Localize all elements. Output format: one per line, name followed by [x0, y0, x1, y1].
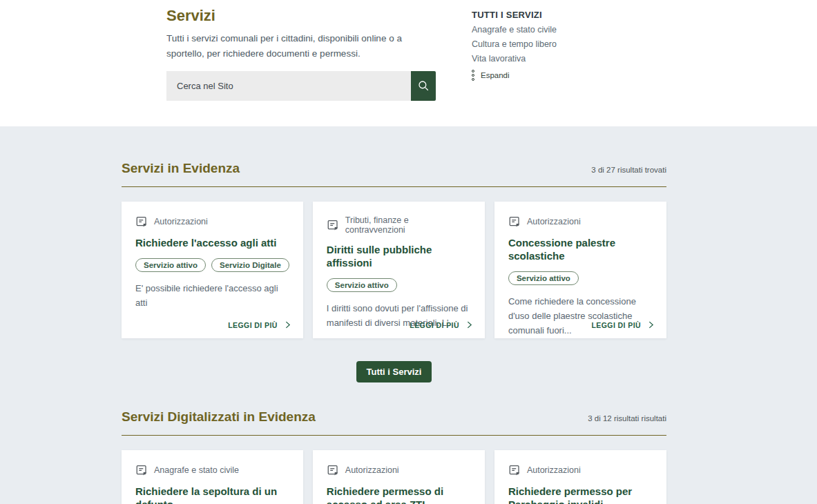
- service-card-parcheggio-invalidi[interactable]: Autorizzazioni Richiedere permesso per P…: [494, 450, 666, 504]
- card-category: Autorizzazioni: [527, 217, 581, 226]
- card-category-row: Tributi, finanze e contravvenzioni: [327, 215, 471, 235]
- section-head-servizi-in-evidenza: Servizi in Evidenza 3 di 27 risultati tr…: [122, 161, 666, 176]
- card-category: Autorizzazioni: [154, 217, 208, 226]
- all-services-nav: TUTTI I SERVIZI Anagrafe e stato civile …: [472, 6, 557, 126]
- read-more-link[interactable]: LEGGI DI PIÙ: [410, 320, 474, 329]
- chevron-right-icon: [646, 320, 655, 329]
- service-card-sepoltura-defunto[interactable]: Anagrafe e stato civile Richiedere la se…: [122, 450, 303, 504]
- card-description: E' possibile richiedere l'accesso agli a…: [135, 281, 289, 311]
- card-chips: Servizio attivo: [327, 278, 471, 292]
- nav-link-cultura-e-tempo-libero[interactable]: Cultura e tempo libero: [472, 39, 557, 49]
- card-title[interactable]: Richiedere permesso per Parcheggio inval…: [508, 485, 653, 504]
- kebab-menu-icon: [472, 70, 474, 81]
- card-category-row: Anagrafe e stato civile: [135, 464, 289, 476]
- service-card-permesso-ztl[interactable]: Autorizzazioni Richiedere permesso di ac…: [313, 450, 485, 504]
- card-category: Tributi, finanze e contravvenzioni: [345, 215, 471, 235]
- service-card-accesso-atti[interactable]: Autorizzazioni Richiedere l'accesso agli…: [122, 202, 303, 338]
- chip-servizio-attivo: Servizio attivo: [327, 278, 397, 292]
- read-more-label: LEGGI DI PIÙ: [591, 321, 641, 329]
- hero-intro: Servizi Tutti i servizi comunali per i c…: [166, 6, 436, 126]
- page-title: Servizi: [166, 7, 436, 25]
- search-button[interactable]: [411, 71, 436, 101]
- search-icon: [417, 79, 430, 92]
- service-card-pubbliche-affissioni[interactable]: Tributi, finanze e contravvenzioni Dirit…: [313, 202, 485, 338]
- section-head-servizi-digitalizzati: Servizi Digitalizzati in Evidenza 3 di 1…: [122, 409, 666, 425]
- results-count-digitalizzati: 3 di 12 risultati risultati: [588, 414, 666, 423]
- read-more-label: LEGGI DI PIÙ: [228, 321, 278, 329]
- section-title-servizi-in-evidenza: Servizi in Evidenza: [122, 161, 240, 176]
- card-title[interactable]: Richiedere permesso di accesso ad area Z…: [327, 485, 471, 504]
- card-description: Come richiedere la concessione d'uso del…: [508, 294, 653, 338]
- card-title[interactable]: Diritti sulle pubbliche affissioni: [327, 244, 471, 270]
- card-title[interactable]: Richiedere l'accesso agli atti: [135, 237, 289, 250]
- card-category: Autorizzazioni: [345, 465, 399, 475]
- page-description: Tutti i servizi comunali per i cittadini…: [166, 31, 436, 61]
- card-chips: Servizio attivo Servizio Digitale: [135, 258, 289, 272]
- card-category-row: Autorizzazioni: [135, 215, 289, 228]
- expand-label: Espandi: [481, 71, 510, 79]
- all-services-button-row: Tutti i Servizi: [122, 361, 666, 382]
- card-category: Anagrafe e stato civile: [154, 465, 239, 475]
- card-category-row: Autorizzazioni: [508, 215, 653, 228]
- search-bar: [166, 71, 436, 101]
- service-card-palestre-scolastiche[interactable]: Autorizzazioni Concessione palestre scol…: [494, 202, 666, 338]
- note-icon: [135, 215, 148, 228]
- section-divider: [122, 435, 666, 436]
- note-icon: [508, 464, 521, 476]
- card-category: Autorizzazioni: [527, 465, 581, 475]
- services-section: Servizi in Evidenza 3 di 27 risultati tr…: [0, 126, 817, 504]
- search-input[interactable]: [166, 71, 411, 101]
- section-divider: [122, 186, 666, 187]
- note-icon: [135, 464, 148, 476]
- read-more-label: LEGGI DI PIÙ: [410, 321, 459, 329]
- card-title[interactable]: Richiedere la sepoltura di un defunto: [135, 485, 289, 504]
- all-services-nav-title: TUTTI I SERVIZI: [472, 10, 557, 20]
- chip-servizio-attivo: Servizio attivo: [508, 271, 579, 285]
- cards-row-servizi-in-evidenza: Autorizzazioni Richiedere l'accesso agli…: [122, 202, 666, 338]
- chevron-right-icon: [283, 320, 292, 329]
- results-count-servizi: 3 di 27 risultati trovati: [591, 166, 666, 174]
- note-icon: [508, 215, 521, 228]
- card-category-row: Autorizzazioni: [508, 464, 653, 476]
- chip-servizio-attivo: Servizio attivo: [135, 258, 206, 272]
- chevron-right-icon: [465, 320, 474, 329]
- section-title-servizi-digitalizzati: Servizi Digitalizzati in Evidenza: [122, 409, 316, 425]
- expand-button[interactable]: Espandi: [472, 70, 557, 81]
- card-category-row: Autorizzazioni: [327, 464, 471, 476]
- read-more-link[interactable]: LEGGI DI PIÙ: [591, 320, 655, 329]
- cards-row-servizi-digitalizzati: Anagrafe e stato civile Richiedere la se…: [122, 450, 666, 504]
- card-title[interactable]: Concessione palestre scolastiche: [508, 237, 653, 263]
- all-services-button[interactable]: Tutti i Servizi: [356, 361, 432, 382]
- card-chips: Servizio attivo: [508, 271, 653, 285]
- read-more-link[interactable]: LEGGI DI PIÙ: [228, 320, 292, 329]
- nav-link-vita-lavorativa[interactable]: Vita lavorativa: [472, 54, 557, 64]
- note-icon: [327, 219, 339, 231]
- note-icon: [327, 464, 339, 476]
- hero-section: Servizi Tutti i servizi comunali per i c…: [0, 0, 817, 126]
- nav-link-anagrafe-e-stato-civile[interactable]: Anagrafe e stato civile: [472, 25, 557, 35]
- chip-servizio-digitale: Servizio Digitale: [211, 258, 289, 272]
